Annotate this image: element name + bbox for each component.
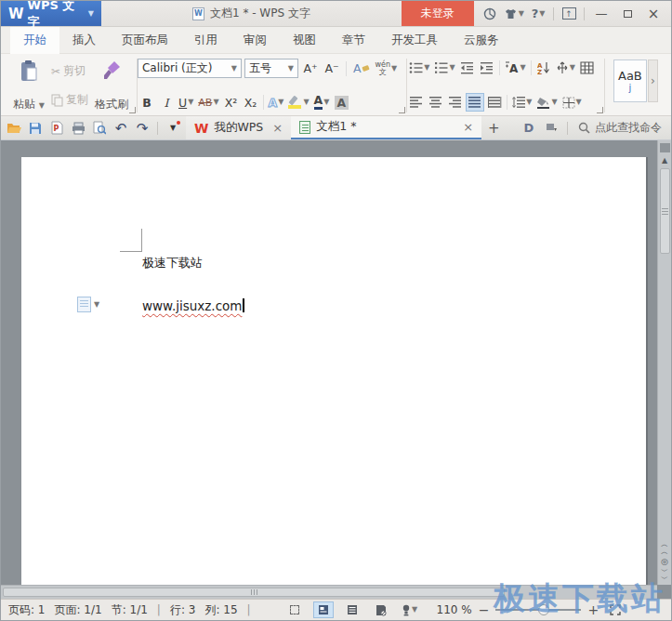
save-icon[interactable] — [26, 119, 45, 138]
sort-button[interactable]: AZ — [534, 59, 553, 77]
clipboard-dialog-launcher[interactable] — [129, 107, 136, 113]
font-name-select[interactable]: Calibri (正文) ▼ — [138, 59, 242, 78]
zoom-in-button[interactable]: + — [587, 603, 599, 616]
style-preview-item[interactable]: AaB j — [613, 59, 647, 102]
tab-developer[interactable]: 开发工具 — [378, 27, 451, 53]
align-right-button[interactable] — [446, 93, 465, 112]
bullets-button[interactable]: ▼ — [407, 59, 431, 77]
tab-cloud[interactable]: 云服务 — [451, 27, 512, 53]
lamp-icon — [402, 604, 411, 616]
maximize-button[interactable] — [615, 4, 639, 24]
document-text-line1[interactable]: 极速下载站 — [142, 255, 203, 271]
open-file-icon[interactable] — [5, 119, 23, 138]
document-page[interactable]: 极速下载站 www.jisuxz.com ▼ — [21, 157, 646, 585]
browse-object-button[interactable]: ◎ — [661, 558, 668, 566]
page-view-button[interactable] — [313, 601, 334, 618]
tab-document1[interactable]: 文档1 * × — [291, 116, 481, 139]
char-shading-button[interactable]: A — [332, 93, 350, 112]
tab-insert[interactable]: 插入 — [59, 27, 109, 53]
underline-button[interactable]: U▼ — [177, 93, 195, 112]
justify-button[interactable] — [466, 93, 484, 112]
distribute-button[interactable] — [485, 93, 504, 112]
fit-page-button[interactable] — [605, 601, 626, 618]
document-text-line2[interactable]: www.jisuxz.com — [142, 298, 244, 313]
strikethrough-button[interactable]: AB▼ — [196, 93, 220, 112]
docer-icon[interactable]: D — [520, 119, 538, 138]
tab-home[interactable]: 开始 — [10, 27, 59, 53]
close-button[interactable]: × — [641, 4, 665, 24]
tab-view[interactable]: 视图 — [280, 27, 329, 53]
select-objects-button[interactable] — [284, 601, 305, 618]
bold-button[interactable]: B — [138, 93, 156, 112]
redo-icon[interactable]: ↷ — [133, 119, 152, 138]
tab-page-layout[interactable]: 页面布局 — [109, 27, 181, 53]
tab-references[interactable]: 引用 — [181, 27, 231, 53]
tab-section[interactable]: 章节 — [329, 27, 378, 53]
pinyin-guide-button[interactable]: wén 文 ▼ — [374, 59, 400, 78]
copy-button[interactable]: 复制 — [48, 90, 91, 110]
previous-page-button[interactable]: ︿︿ — [661, 541, 668, 556]
text-tool-button[interactable]: A ▼ — [503, 59, 528, 77]
numbering-button[interactable]: ▼ — [432, 59, 456, 77]
undo-icon[interactable]: ↶ — [112, 119, 130, 138]
scroll-up-arrow[interactable]: ▲ — [662, 156, 667, 165]
tab-my-wps[interactable]: W 我的WPS × — [186, 116, 291, 139]
font-dialog-launcher[interactable] — [399, 107, 405, 113]
text-effects-button[interactable]: A▼ — [267, 93, 286, 112]
show-marks-button[interactable]: ▼ — [554, 59, 577, 77]
paste-options-button[interactable]: ▼ — [77, 297, 99, 312]
zoom-out-button[interactable]: − — [479, 603, 490, 616]
minimize-button[interactable]: — — [589, 4, 613, 24]
cut-button[interactable]: ✂ 剪切 — [48, 61, 91, 81]
font-color-button[interactable]: A▼ — [312, 93, 332, 112]
horizontal-scroll-thumb[interactable] — [3, 588, 505, 597]
web-view-button[interactable] — [371, 601, 391, 618]
superscript-button[interactable]: X² — [222, 93, 241, 112]
tab-grid-button[interactable] — [578, 59, 597, 77]
wps-app-menu-button[interactable]: W WPS 文字 ▼ — [1, 1, 101, 26]
customize-toolbar-icon[interactable]: ▼ — [164, 119, 182, 138]
close-tab-icon[interactable]: × — [272, 121, 283, 135]
export-pdf-icon[interactable]: P — [47, 119, 66, 138]
vertical-scroll-thumb[interactable] — [660, 168, 670, 254]
next-page-button[interactable]: ﹀﹀ — [661, 568, 668, 583]
sync-icon[interactable] — [480, 4, 500, 24]
zoom-value: 110 % — [437, 603, 472, 616]
ruler-toggle-icon[interactable] — [660, 143, 670, 152]
align-center-button[interactable] — [427, 93, 445, 112]
shrink-font-button[interactable]: A⁻ — [323, 59, 341, 78]
new-tab-button[interactable]: + — [481, 116, 506, 139]
find-command-box[interactable]: 点此查找命令 — [574, 120, 665, 136]
highlight-button[interactable]: ▼ — [286, 93, 310, 112]
increase-indent-button[interactable] — [478, 59, 496, 77]
eye-protect-button[interactable]: ▼ — [400, 601, 420, 618]
zoom-slider[interactable] — [495, 609, 581, 611]
font-size-select[interactable]: 五号 ▼ — [244, 59, 298, 78]
subscript-button[interactable]: X₂ — [242, 93, 260, 112]
login-button[interactable]: 未登录 — [402, 1, 474, 26]
borders-button[interactable]: ▼ — [560, 93, 584, 112]
shading-button[interactable]: ▼ — [534, 93, 559, 112]
tab-review[interactable]: 审阅 — [231, 27, 280, 53]
align-left-button[interactable] — [407, 93, 426, 112]
grow-font-button[interactable]: A⁺ — [301, 59, 320, 78]
line-spacing-button[interactable]: ▼ — [510, 93, 534, 112]
switch-window-icon[interactable] — [542, 119, 560, 138]
format-painter-button[interactable]: 格式刷 — [91, 57, 132, 114]
zoom-slider-handle[interactable] — [538, 604, 549, 615]
print-preview-icon[interactable] — [90, 119, 109, 138]
horizontal-scrollbar[interactable] — [1, 585, 657, 599]
help-icon[interactable]: ? ▼ — [528, 4, 548, 24]
close-tab-icon[interactable]: × — [463, 120, 473, 134]
paste-button[interactable]: 粘贴 ▼ — [9, 57, 48, 114]
print-icon[interactable] — [69, 119, 87, 138]
restore-ribbon-icon[interactable]: ↑ — [559, 4, 579, 24]
clear-format-button[interactable]: A — [351, 59, 371, 78]
paragraph-dialog-launcher[interactable] — [597, 107, 603, 113]
outline-view-button[interactable] — [342, 601, 362, 618]
italic-button[interactable]: I — [157, 93, 176, 112]
vertical-scrollbar[interactable]: ▲ ︿︿ ◎ ﹀﹀ — [657, 140, 671, 585]
skin-theme-icon[interactable]: ▼ — [502, 4, 526, 24]
styles-scroll-button[interactable]: › — [648, 59, 658, 102]
decrease-indent-button[interactable] — [458, 59, 477, 77]
